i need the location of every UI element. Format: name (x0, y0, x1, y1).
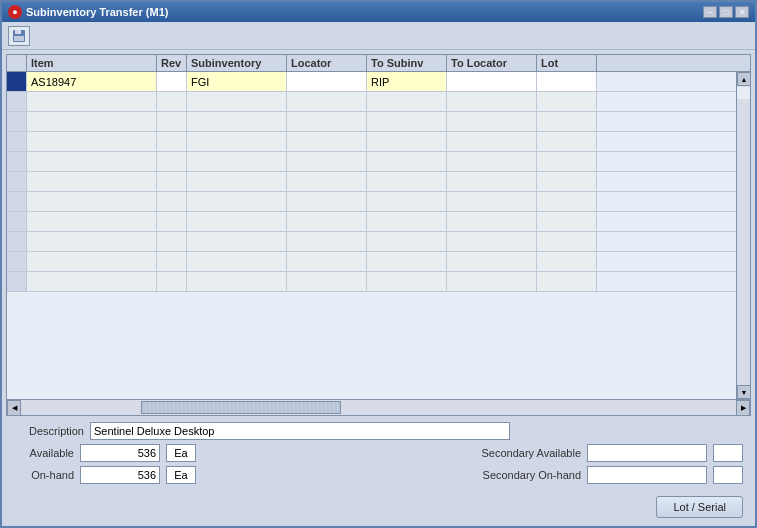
row-selector[interactable] (7, 172, 27, 191)
cell-subinv[interactable] (187, 132, 287, 151)
cell-locator[interactable] (287, 252, 367, 271)
cell-locator[interactable] (287, 92, 367, 111)
row-selector[interactable] (7, 72, 27, 91)
cell-tolocator[interactable] (447, 252, 537, 271)
cell-subinv[interactable] (187, 192, 287, 211)
cell-subinv[interactable]: FGI (187, 72, 287, 91)
cell-tosubinv[interactable] (367, 252, 447, 271)
row-selector[interactable] (7, 152, 27, 171)
cell-lot[interactable] (537, 192, 597, 211)
available-input[interactable] (80, 444, 160, 462)
scroll-left-button[interactable]: ◀ (7, 400, 21, 416)
cell-locator[interactable] (287, 112, 367, 131)
cell-tosubinv[interactable] (367, 192, 447, 211)
cell-lot[interactable] (537, 212, 597, 231)
cell-rev[interactable] (157, 132, 187, 151)
row-selector[interactable] (7, 252, 27, 271)
cell-item[interactable] (27, 92, 157, 111)
row-selector[interactable] (7, 92, 27, 111)
cell-tolocator[interactable] (447, 132, 537, 151)
cell-lot[interactable] (537, 252, 597, 271)
cell-tosubinv[interactable] (367, 212, 447, 231)
cell-item[interactable] (27, 192, 157, 211)
cell-tolocator[interactable] (447, 72, 537, 91)
cell-subinv[interactable] (187, 232, 287, 251)
cell-locator[interactable] (287, 72, 367, 91)
sec-available-input[interactable] (587, 444, 707, 462)
cell-tolocator[interactable] (447, 272, 537, 291)
cell-item[interactable] (27, 252, 157, 271)
onhand-unit-input[interactable] (166, 466, 196, 484)
minimize-button[interactable]: ─ (703, 6, 717, 18)
scroll-track[interactable] (737, 86, 750, 385)
row-selector[interactable] (7, 192, 27, 211)
row-selector[interactable] (7, 232, 27, 251)
row-selector[interactable] (7, 272, 27, 291)
cell-item[interactable] (27, 212, 157, 231)
table-row[interactable] (7, 172, 736, 192)
cell-tosubinv[interactable] (367, 272, 447, 291)
cell-rev[interactable] (157, 72, 187, 91)
maximize-button[interactable]: □ (719, 6, 733, 18)
cell-tosubinv[interactable] (367, 92, 447, 111)
table-row[interactable] (7, 152, 736, 172)
cell-lot[interactable] (537, 272, 597, 291)
cell-rev[interactable] (157, 192, 187, 211)
cell-locator[interactable] (287, 232, 367, 251)
cell-subinv[interactable] (187, 152, 287, 171)
cell-locator[interactable] (287, 192, 367, 211)
row-selector[interactable] (7, 132, 27, 151)
cell-subinv[interactable] (187, 112, 287, 131)
cell-item[interactable] (27, 172, 157, 191)
scroll-down-button[interactable]: ▼ (737, 385, 750, 399)
row-selector[interactable] (7, 212, 27, 231)
table-row[interactable] (7, 272, 736, 292)
hscroll-thumb[interactable] (141, 401, 341, 414)
cell-rev[interactable] (157, 92, 187, 111)
table-row[interactable] (7, 232, 736, 252)
scroll-thumb[interactable] (737, 87, 750, 99)
cell-rev[interactable] (157, 172, 187, 191)
cell-lot[interactable] (537, 132, 597, 151)
table-row[interactable] (7, 112, 736, 132)
save-button[interactable] (8, 26, 30, 46)
sec-onhand-unit-input[interactable] (713, 466, 743, 484)
scroll-up-button[interactable]: ▲ (737, 72, 750, 86)
cell-item[interactable] (27, 272, 157, 291)
cell-tosubinv[interactable] (367, 172, 447, 191)
cell-tolocator[interactable] (447, 192, 537, 211)
sec-onhand-input[interactable] (587, 466, 707, 484)
cell-tosubinv[interactable]: RIP (367, 72, 447, 91)
cell-lot[interactable] (537, 92, 597, 111)
table-row[interactable] (7, 132, 736, 152)
cell-lot[interactable] (537, 172, 597, 191)
onhand-input[interactable] (80, 466, 160, 484)
table-row[interactable] (7, 252, 736, 272)
cell-rev[interactable] (157, 232, 187, 251)
cell-lot[interactable] (537, 112, 597, 131)
cell-lot[interactable] (537, 232, 597, 251)
description-input[interactable] (90, 422, 510, 440)
cell-tosubinv[interactable] (367, 112, 447, 131)
sec-available-unit-input[interactable] (713, 444, 743, 462)
scroll-right-button[interactable]: ▶ (736, 400, 750, 416)
cell-tolocator[interactable] (447, 112, 537, 131)
cell-subinv[interactable] (187, 252, 287, 271)
cell-tolocator[interactable] (447, 232, 537, 251)
cell-item[interactable] (27, 112, 157, 131)
cell-locator[interactable] (287, 172, 367, 191)
lot-serial-button[interactable]: Lot / Serial (656, 496, 743, 518)
cell-tolocator[interactable] (447, 212, 537, 231)
cell-lot[interactable] (537, 72, 597, 91)
cell-tosubinv[interactable] (367, 152, 447, 171)
table-row[interactable] (7, 192, 736, 212)
cell-rev[interactable] (157, 152, 187, 171)
cell-tolocator[interactable] (447, 92, 537, 111)
cell-subinv[interactable] (187, 172, 287, 191)
cell-locator[interactable] (287, 272, 367, 291)
cell-lot[interactable] (537, 152, 597, 171)
cell-item[interactable] (27, 232, 157, 251)
cell-locator[interactable] (287, 132, 367, 151)
cell-item[interactable] (27, 132, 157, 151)
cell-subinv[interactable] (187, 272, 287, 291)
